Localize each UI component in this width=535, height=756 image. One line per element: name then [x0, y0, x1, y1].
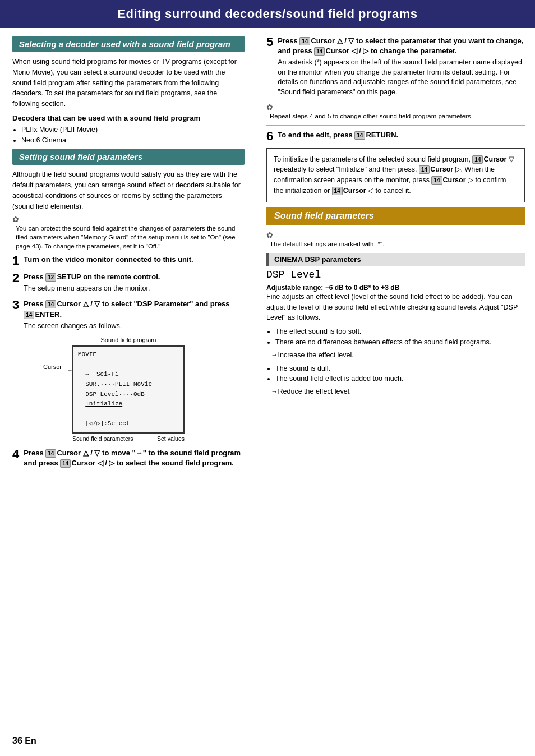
step1-title: Turn on the video monitor connected to t…: [24, 255, 245, 265]
info-box: To initialize the parameters of the sele…: [266, 148, 525, 202]
step6-title: To end the edit, press 14RETURN.: [278, 130, 525, 140]
dsp-level-display: DSP Level: [266, 269, 525, 280]
sound-field-title: Sound field parameters: [274, 211, 374, 220]
main-title: Editing surround decoders/sound field pr…: [117, 7, 417, 21]
diagram-container: Cursor → MOVIE → Sci-Fi SUR.····PLII Mov…: [72, 345, 185, 442]
step3-content: Press 14Cursor △ / ▽ to select "DSP Para…: [24, 299, 245, 331]
enter-icon-3: 14: [24, 311, 34, 319]
step3-number: 3: [12, 299, 19, 311]
step-5: 5 Press 14Cursor △ / ▽ to select the par…: [266, 36, 525, 97]
screen-box: MOVIE → Sci-Fi SUR.····PLII Movie DSP Le…: [72, 345, 185, 434]
dsp-bullet-3: The sound is dull.: [275, 363, 525, 374]
tip-icon2: ✿: [266, 103, 273, 112]
decoder-item-1: PLIIx Movie (PLII Movie): [21, 125, 245, 135]
tip-icon1: ✿: [12, 215, 19, 224]
sound-field-header: Sound field parameters: [266, 207, 525, 225]
cursor-icon-6b: 14: [419, 165, 430, 174]
decoder-item-2: Neo:6 Cinema: [21, 135, 245, 146]
cursor-arrow: →: [67, 367, 73, 374]
decoders-list: PLIIx Movie (PLII Movie) Neo:6 Cinema: [21, 125, 245, 146]
step-6: 6 To end the edit, press 14RETURN.: [266, 130, 525, 142]
setup-remote-icon: 12: [45, 273, 56, 282]
cursor-icon-6c: 14: [431, 176, 442, 185]
section2-title: Setting sound field parameters: [19, 152, 142, 162]
step5-title: Press 14Cursor △ / ▽ to select the param…: [278, 36, 525, 56]
right-column: 5 Press 14Cursor △ / ▽ to select the par…: [255, 28, 535, 483]
cursor-label: Cursor: [43, 363, 62, 370]
tip-section1: ✿ You can protect the sound field agains…: [12, 215, 245, 251]
step2-desc: The setup menu appears on the monitor.: [24, 284, 245, 294]
decoders-heading: Decoders that can be used with a sound f…: [12, 114, 245, 122]
diagram-labels-row: Sound field parameters Set values: [72, 435, 185, 442]
tip-section2: ✿ Repeat steps 4 and 5 to change other s…: [266, 103, 525, 121]
step4-title: Press 14Cursor △ / ▽ to move "→" to the …: [24, 448, 245, 468]
section1-body: When using sound field programs for movi…: [12, 57, 245, 109]
screen-line-3: SUR.····PLII Movie: [78, 380, 179, 390]
section1-header: Selecting a decoder used with a sound fi…: [12, 36, 245, 52]
tip-text2: Repeat steps 4 and 5 to change other sou…: [266, 112, 525, 121]
dsp-bullet-4: The sound field effect is added too much…: [275, 374, 525, 384]
main-header: Editing surround decoders/sound field pr…: [0, 0, 535, 28]
dsp-desc: Fine adjusts an effect level (level of t…: [266, 292, 525, 323]
step2-number: 2: [12, 272, 19, 284]
screen-line-6: [78, 409, 179, 420]
cursor-icon-4b: 14: [60, 459, 71, 468]
page-footer: 36 En: [12, 736, 36, 746]
dsp-bullet-1: There are no differences between effects…: [275, 337, 525, 348]
section2-header: Setting sound field parameters: [12, 149, 245, 165]
left-column: Selecting a decoder used with a sound fi…: [0, 28, 255, 483]
step2-content: Press 12SETUP on the remote control. The…: [24, 272, 245, 294]
step5-number: 5: [266, 36, 273, 48]
tip-text3: The default settings are marked with "*"…: [266, 239, 525, 248]
screen-line-1: [78, 360, 179, 370]
cursor-icon-5a: 14: [299, 37, 310, 45]
cursor-icon-3: 14: [45, 300, 56, 308]
step3-title: Press 14Cursor △ / ▽ to select "DSP Para…: [24, 299, 245, 319]
tip-section3: ✿ The default settings are marked with "…: [266, 231, 525, 248]
diagram-label-left: Sound field parameters: [72, 435, 133, 442]
cursor-icon-5b: 14: [314, 47, 325, 56]
dsp-bullets-list1: The effect sound is too soft. There are …: [275, 326, 525, 348]
screen-line-4: DSP Level····0dB: [78, 390, 179, 400]
step5-desc: An asterisk (*) appears on the left of t…: [278, 58, 525, 97]
step4-number: 4: [12, 448, 19, 460]
section2-body: Although the field sound programs would …: [12, 169, 245, 211]
screen-line-2: → Sci-Fi: [78, 370, 179, 380]
step3-desc: The screen changes as follows.: [24, 321, 245, 331]
step5-content: Press 14Cursor △ / ▽ to select the param…: [278, 36, 525, 97]
step6-content: To end the edit, press 14RETURN.: [278, 130, 525, 142]
dsp-bullets-list2: The sound is dull. The sound field effec…: [275, 363, 525, 385]
screen-diagram: Sound field program Cursor → MOVIE → Sci…: [12, 336, 245, 442]
step-4: 4 Press 14Cursor △ / ▽ to move "→" to th…: [12, 448, 245, 470]
step6-number: 6: [266, 130, 273, 142]
cursor-icon-4a: 14: [45, 449, 56, 458]
diagram-label-right: Set values: [157, 435, 185, 442]
dsp-arrow-1: →Increase the effect level.: [271, 351, 525, 359]
diagram-label-top: Sound field program: [12, 336, 245, 343]
tip-icon3: ✿: [266, 231, 273, 239]
divider1: [266, 125, 525, 126]
step-2: 2 Press 12SETUP on the remote control. T…: [12, 272, 245, 294]
screen-line-5: Initialize: [78, 399, 179, 409]
step-1: 1 Turn on the video monitor connected to…: [12, 255, 245, 266]
tip-text1: You can protect the sound field against …: [12, 224, 245, 251]
dsp-bullet-0: The effect sound is too soft.: [275, 326, 525, 337]
return-icon: 14: [354, 131, 365, 140]
screen-line-0: MOVIE: [78, 350, 179, 360]
cursor-icon-6d: 14: [332, 187, 343, 195]
adjustable-range: Adjustable range: −6 dB to 0 dB* to +3 d…: [266, 284, 525, 292]
content-wrapper: Selecting a decoder used with a sound fi…: [0, 28, 535, 483]
cinema-dsp-header: CINEMA DSP parameters: [266, 253, 525, 266]
screen-line-7: [◁/▷]:Select: [78, 419, 179, 429]
step2-title: Press 12SETUP on the remote control.: [24, 272, 245, 282]
cursor-icon-6a: 14: [472, 155, 483, 164]
step4-content: Press 14Cursor △ / ▽ to move "→" to the …: [24, 448, 245, 470]
section1-title: Selecting a decoder used with a sound fi…: [19, 39, 230, 49]
step-3: 3 Press 14Cursor △ / ▽ to select "DSP Pa…: [12, 299, 245, 331]
step1-number: 1: [12, 255, 19, 267]
dsp-arrow-2: →Reduce the effect level.: [271, 388, 525, 395]
step1-content: Turn on the video monitor connected to t…: [24, 255, 245, 266]
page: Editing surround decoders/sound field pr…: [0, 0, 535, 756]
